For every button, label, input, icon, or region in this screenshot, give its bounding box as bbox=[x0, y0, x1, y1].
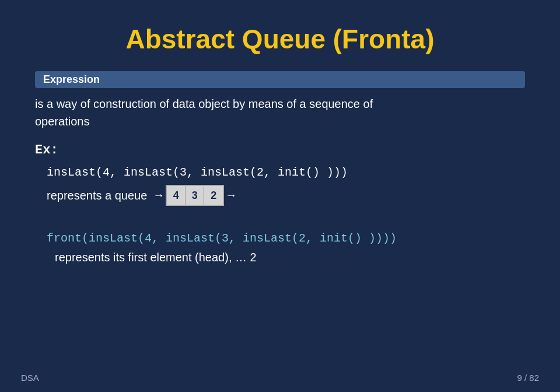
description-line2: operations bbox=[35, 115, 89, 128]
represents-queue-label: represents a queue bbox=[47, 189, 147, 202]
expression-badge: Expression bbox=[35, 71, 525, 88]
front-code: front(insLast(4, insLast(3, insLast(2, i… bbox=[47, 232, 525, 245]
slide-container: Abstract Queue (Fronta) Expression is a … bbox=[0, 0, 560, 392]
arrow-right-icon: → bbox=[228, 189, 235, 202]
slide-title: Abstract Queue (Fronta) bbox=[35, 23, 525, 55]
footer: DSA 9 / 82 bbox=[21, 373, 539, 383]
footer-page: 9 / 82 bbox=[517, 373, 539, 383]
queue-boxes: 4 3 2 bbox=[166, 185, 224, 206]
queue-box-2: 2 bbox=[204, 186, 223, 205]
description: is a way of construction of data object … bbox=[35, 95, 525, 130]
arrow-left-icon bbox=[155, 189, 162, 202]
footer-dsa: DSA bbox=[21, 373, 39, 383]
queue-box-4: 4 bbox=[167, 186, 186, 205]
code-line1: insLast(4, insLast(3, insLast(2, init() … bbox=[47, 166, 525, 179]
queue-box-3: 3 bbox=[186, 186, 204, 205]
represents-element: represents its first element (head), … 2 bbox=[55, 251, 525, 264]
description-line1: is a way of construction of data object … bbox=[35, 97, 373, 110]
ex-label: Ex: bbox=[35, 143, 525, 158]
queue-row: represents a queue 4 3 2 → bbox=[47, 185, 525, 206]
